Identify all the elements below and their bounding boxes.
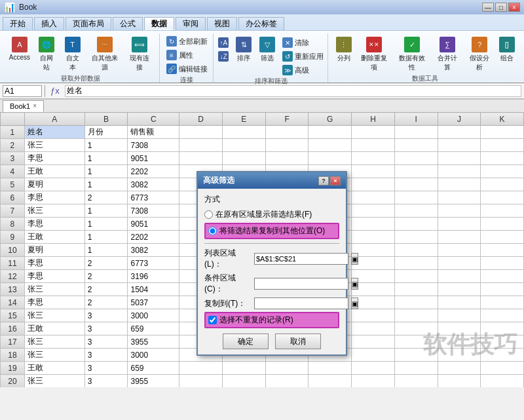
copy-to-select-button[interactable]: ▣ (351, 297, 358, 309)
cell-B13[interactable]: 2 (84, 283, 128, 296)
cell-H17[interactable] (352, 335, 395, 349)
cell-K20[interactable] (481, 375, 524, 388)
cell-C9[interactable]: 2202 (128, 231, 179, 244)
criteria-range-input[interactable] (254, 278, 348, 290)
cell-K6[interactable] (481, 191, 524, 204)
sort-desc-button[interactable]: ↓Z (215, 50, 231, 63)
cell-C8[interactable]: 9051 (128, 218, 179, 231)
cell-B7[interactable]: 1 (84, 204, 128, 218)
cell-I2[interactable] (394, 139, 438, 152)
dialog-cancel-button[interactable]: 取消 (275, 334, 321, 349)
row-header-4[interactable]: 4 (1, 165, 25, 178)
cell-I14[interactable] (394, 296, 438, 309)
dialog-title-bar[interactable]: 高级筛选 ? × (198, 172, 346, 189)
cell-K4[interactable] (481, 165, 524, 178)
row-header-6[interactable]: 6 (1, 191, 25, 204)
cell-J7[interactable] (438, 204, 481, 218)
cell-C2[interactable]: 7308 (128, 139, 179, 152)
cell-H7[interactable] (352, 204, 395, 218)
maximize-button[interactable]: □ (495, 3, 507, 12)
cell-D20[interactable] (179, 375, 223, 388)
cell-C4[interactable]: 2202 (128, 165, 179, 178)
cell-A10[interactable]: 夏明 (24, 244, 84, 257)
cell-J6[interactable] (438, 191, 481, 204)
cell-B20[interactable]: 3 (84, 375, 128, 388)
cell-B6[interactable]: 2 (84, 191, 128, 204)
cell-K3[interactable] (481, 152, 524, 165)
cell-K19[interactable] (481, 362, 524, 375)
text-button[interactable]: T 自文本 (60, 35, 85, 74)
row-header-9[interactable]: 9 (1, 231, 25, 244)
web-button[interactable]: 🌐 自网站 (34, 35, 59, 74)
cell-H2[interactable] (352, 139, 395, 152)
cell-I20[interactable] (394, 375, 438, 388)
validate-button[interactable]: ✓ 数据有效性 (394, 35, 430, 74)
tab-layout[interactable]: 页面布局 (66, 17, 111, 30)
cell-F3[interactable] (265, 152, 309, 165)
cell-H16[interactable] (352, 322, 395, 335)
sheet-tab-book1[interactable]: Book1 × (3, 100, 44, 112)
cell-B16[interactable]: 3 (84, 322, 128, 335)
cell-A13[interactable]: 张三 (24, 283, 84, 296)
cell-C3[interactable]: 9051 (128, 152, 179, 165)
cell-C16[interactable]: 659 (128, 322, 179, 335)
cell-K13[interactable] (481, 283, 524, 296)
row-header-1[interactable]: 1 (1, 126, 25, 139)
cell-I5[interactable] (394, 178, 438, 191)
cell-A5[interactable]: 夏明 (24, 178, 84, 191)
cell-J11[interactable] (438, 257, 481, 270)
cell-K17[interactable] (481, 335, 524, 349)
cell-K15[interactable] (481, 309, 524, 322)
tab-insert[interactable]: 插入 (34, 17, 64, 30)
dialog-close-button[interactable]: × (330, 176, 341, 185)
sheet-tab-close-icon[interactable]: × (33, 102, 37, 109)
properties-button[interactable]: ≡ 属性 (164, 48, 210, 62)
cell-D1[interactable] (179, 126, 223, 139)
close-button[interactable]: × (508, 3, 520, 12)
cell-F2[interactable] (265, 139, 309, 152)
cell-J15[interactable] (438, 309, 481, 322)
cell-C14[interactable]: 5037 (128, 296, 179, 309)
cell-C7[interactable]: 7308 (128, 204, 179, 218)
cell-J3[interactable] (438, 152, 481, 165)
row-header-13[interactable]: 13 (1, 283, 25, 296)
tab-review[interactable]: 审阅 (176, 17, 206, 30)
cell-K2[interactable] (481, 139, 524, 152)
col-header-j[interactable]: J (438, 113, 481, 126)
cell-F19[interactable] (265, 362, 309, 375)
cell-A15[interactable]: 张三 (24, 309, 84, 322)
cell-A14[interactable]: 李思 (24, 296, 84, 309)
col-header-b[interactable]: B (84, 113, 128, 126)
cell-B8[interactable]: 1 (84, 218, 128, 231)
cell-E3[interactable] (223, 152, 266, 165)
col-header-g[interactable]: G (309, 113, 352, 126)
col-header-a[interactable]: A (24, 113, 84, 126)
cell-H15[interactable] (352, 309, 395, 322)
cell-K12[interactable] (481, 270, 524, 283)
tab-start[interactable]: 开始 (3, 17, 33, 30)
cell-A8[interactable]: 李思 (24, 218, 84, 231)
cell-H8[interactable] (352, 218, 395, 231)
cell-K10[interactable] (481, 244, 524, 257)
cell-A16[interactable]: 王敢 (24, 322, 84, 335)
col-header-f[interactable]: F (265, 113, 309, 126)
cell-B1[interactable]: 月份 (84, 126, 128, 139)
cell-C6[interactable]: 6773 (128, 191, 179, 204)
reapply-button[interactable]: ↺ 重新应用 (280, 50, 326, 63)
tab-formula[interactable]: 公式 (113, 17, 143, 30)
cell-B4[interactable]: 1 (84, 165, 128, 178)
cell-B18[interactable]: 3 (84, 349, 128, 362)
cell-H20[interactable] (352, 375, 395, 388)
cell-J1[interactable] (438, 126, 481, 139)
row-header-8[interactable]: 8 (1, 218, 25, 231)
cell-F20[interactable] (265, 375, 309, 388)
cell-C11[interactable]: 6773 (128, 257, 179, 270)
sort-asc-button[interactable]: ↑A (215, 36, 231, 49)
cell-A1[interactable]: 姓名 (24, 126, 84, 139)
cell-J10[interactable] (438, 244, 481, 257)
cell-I13[interactable] (394, 283, 438, 296)
cell-I18[interactable] (394, 349, 438, 362)
cell-H18[interactable] (352, 349, 395, 362)
unique-records-label[interactable]: 选择不重复的记录(R) (219, 315, 293, 326)
cell-D19[interactable] (179, 362, 223, 375)
